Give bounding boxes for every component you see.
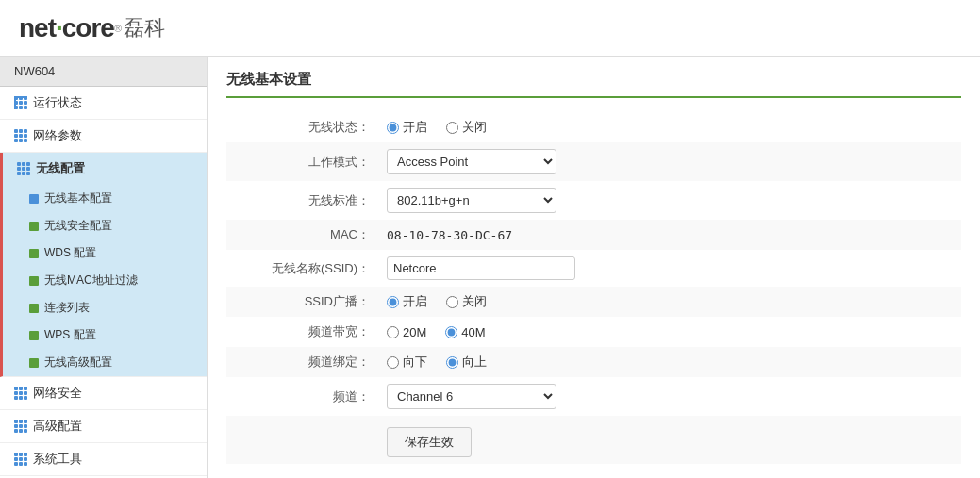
grid-icon-5 bbox=[14, 420, 27, 433]
sidebar-section-run-status: 运行状态 bbox=[0, 87, 207, 120]
radio-label-bandwidth-20: 20M bbox=[403, 325, 426, 339]
sub-icon-wps bbox=[29, 331, 39, 340]
grid-icon-6 bbox=[14, 453, 27, 466]
sidebar-sub-connection-list[interactable]: 连接列表 bbox=[3, 294, 207, 321]
select-channel[interactable]: Channel 1 Channel 2 Channel 3 Channel 4 … bbox=[387, 384, 556, 409]
sub-icon-wds bbox=[29, 249, 39, 258]
sidebar-item-wireless[interactable]: 无线配置 bbox=[3, 153, 207, 185]
content-area: 无线基本设置 无线状态： 开启 关闭 bbox=[208, 57, 980, 478]
label-wireless-status: 无线状态： bbox=[226, 112, 377, 142]
sidebar-sub-wireless-advanced[interactable]: 无线高级配置 bbox=[3, 349, 207, 376]
label-channel-bandwidth: 频道带宽： bbox=[226, 317, 377, 347]
sidebar-sub-mac-filter[interactable]: 无线MAC地址过滤 bbox=[3, 267, 207, 294]
label-wireless-standard: 无线标准： bbox=[226, 181, 377, 220]
sidebar-label-run-status: 运行状态 bbox=[33, 94, 82, 111]
sidebar-item-network-security[interactable]: 网络安全 bbox=[0, 377, 207, 409]
sidebar-sub-wireless: 无线基本配置 无线安全配置 WDS 配置 无线MAC地址过滤 连接列表 bbox=[3, 185, 207, 376]
value-channel: Channel 1 Channel 2 Channel 3 Channel 4 … bbox=[377, 377, 961, 416]
radio-label-wireless-on: 开启 bbox=[403, 119, 427, 136]
row-channel-bind: 频道绑定： 向下 向上 bbox=[226, 347, 961, 377]
page-title: 无线基本设置 bbox=[226, 71, 961, 98]
sidebar-sub-label-wds: WDS 配置 bbox=[44, 245, 96, 261]
radio-bandwidth-20[interactable]: 20M bbox=[387, 325, 426, 339]
radio-input-bind-up[interactable] bbox=[446, 356, 458, 369]
value-work-mode: Access Point Client WDS Bridge WDS Stati… bbox=[377, 142, 961, 181]
sidebar-sub-label-wireless-basic: 无线基本配置 bbox=[44, 190, 112, 206]
label-ssid-broadcast: SSID广播： bbox=[226, 287, 377, 317]
sidebar-sub-label-wireless-advanced: 无线高级配置 bbox=[44, 354, 112, 371]
mac-address: 08-10-78-30-DC-67 bbox=[387, 228, 512, 242]
row-ssid: 无线名称(SSID)： bbox=[226, 250, 961, 287]
sidebar-sub-label-wps: WPS 配置 bbox=[44, 327, 96, 343]
sidebar-label-network-params: 网络参数 bbox=[33, 127, 82, 144]
radio-input-bind-down[interactable] bbox=[387, 356, 399, 369]
radio-label-ssid-on: 开启 bbox=[403, 293, 427, 310]
radio-wireless-status: 开启 关闭 bbox=[387, 119, 954, 136]
radio-wireless-status-off[interactable]: 关闭 bbox=[446, 119, 487, 136]
sidebar-label-network-security: 网络安全 bbox=[33, 385, 82, 402]
main-layout: NW604 运行状态 bbox=[0, 57, 980, 478]
sidebar-sub-label-wireless-security: 无线安全配置 bbox=[44, 218, 112, 234]
label-ssid: 无线名称(SSID)： bbox=[226, 250, 377, 287]
logo-tm: ® bbox=[114, 23, 122, 34]
row-channel: 频道： Channel 1 Channel 2 Channel 3 Channe… bbox=[226, 377, 961, 416]
sidebar-section-network-security: 网络安全 bbox=[0, 377, 207, 410]
grid-icon-3 bbox=[17, 162, 30, 175]
radio-bind-down[interactable]: 向下 bbox=[387, 354, 427, 371]
sidebar-item-network-params[interactable]: 网络参数 bbox=[0, 120, 207, 152]
radio-label-bandwidth-40: 40M bbox=[461, 325, 485, 339]
radio-ssid-broadcast-off[interactable]: 关闭 bbox=[446, 293, 487, 310]
sidebar-label-advanced: 高级配置 bbox=[33, 418, 82, 435]
label-channel: 频道： bbox=[226, 377, 377, 416]
ssid-input[interactable] bbox=[387, 256, 575, 280]
radio-wireless-status-on[interactable]: 开启 bbox=[387, 119, 427, 136]
sidebar-sub-label-mac-filter: 无线MAC地址过滤 bbox=[44, 272, 138, 288]
sidebar-item-system-tools[interactable]: 系统工具 bbox=[0, 443, 207, 475]
logo-text: net·core bbox=[19, 13, 114, 43]
radio-input-bandwidth-20[interactable] bbox=[387, 326, 399, 338]
settings-form: 无线状态： 开启 关闭 工作模式： bbox=[226, 112, 961, 464]
radio-input-ssid-on[interactable] bbox=[387, 296, 399, 308]
radio-input-wireless-on[interactable] bbox=[387, 122, 399, 134]
sidebar-sub-wds[interactable]: WDS 配置 bbox=[3, 239, 207, 267]
sidebar-section-system-tools: 系统工具 bbox=[0, 443, 207, 476]
row-ssid-broadcast: SSID广播： 开启 关闭 bbox=[226, 287, 961, 317]
row-mac: MAC： 08-10-78-30-DC-67 bbox=[226, 220, 961, 250]
label-mac: MAC： bbox=[226, 220, 377, 250]
save-button[interactable]: 保存生效 bbox=[387, 427, 472, 457]
radio-input-ssid-off[interactable] bbox=[446, 296, 458, 308]
row-work-mode: 工作模式： Access Point Client WDS Bridge WDS… bbox=[226, 142, 961, 181]
radio-label-bind-down: 向下 bbox=[403, 354, 427, 371]
row-wireless-standard: 无线标准： 802.11b+g+n 802.11b+g 802.11n bbox=[226, 181, 961, 220]
value-ssid bbox=[377, 250, 961, 287]
sub-icon-mac-filter bbox=[29, 276, 39, 286]
radio-label-wireless-off: 关闭 bbox=[462, 119, 487, 136]
label-channel-bind: 频道绑定： bbox=[226, 347, 377, 377]
sidebar-sub-wireless-basic[interactable]: 无线基本配置 bbox=[3, 185, 207, 212]
radio-channel-bandwidth: 20M 40M bbox=[387, 325, 954, 339]
radio-bandwidth-40[interactable]: 40M bbox=[445, 325, 485, 339]
sub-icon-wireless-security bbox=[29, 222, 39, 231]
logo-cn: 磊科 bbox=[124, 14, 165, 42]
sidebar-sub-wireless-security[interactable]: 无线安全配置 bbox=[3, 212, 207, 239]
value-save: 保存生效 bbox=[377, 416, 961, 464]
grid-icon-2 bbox=[14, 129, 27, 142]
value-wireless-standard: 802.11b+g+n 802.11b+g 802.11n bbox=[377, 181, 961, 220]
radio-ssid-broadcast: 开启 关闭 bbox=[387, 293, 954, 310]
select-work-mode[interactable]: Access Point Client WDS Bridge WDS Stati… bbox=[387, 149, 556, 174]
sidebar-sub-label-connection-list: 连接列表 bbox=[44, 300, 90, 316]
row-channel-bandwidth: 频道带宽： 20M 40M bbox=[226, 317, 961, 347]
radio-bind-up[interactable]: 向上 bbox=[446, 354, 487, 371]
sidebar-item-advanced[interactable]: 高级配置 bbox=[0, 410, 207, 442]
radio-input-bandwidth-40[interactable] bbox=[445, 326, 457, 338]
sidebar-sub-wps[interactable]: WPS 配置 bbox=[3, 321, 207, 349]
radio-channel-bind: 向下 向上 bbox=[387, 354, 954, 371]
label-work-mode: 工作模式： bbox=[226, 142, 377, 181]
radio-ssid-broadcast-on[interactable]: 开启 bbox=[387, 293, 427, 310]
value-wireless-status: 开启 关闭 bbox=[377, 112, 961, 142]
sub-icon-connection-list bbox=[29, 304, 39, 313]
select-wireless-standard[interactable]: 802.11b+g+n 802.11b+g 802.11n bbox=[387, 188, 556, 213]
radio-input-wireless-off[interactable] bbox=[446, 122, 458, 134]
sidebar-item-run-status[interactable]: 运行状态 bbox=[0, 87, 207, 119]
sidebar: NW604 运行状态 bbox=[0, 57, 208, 478]
